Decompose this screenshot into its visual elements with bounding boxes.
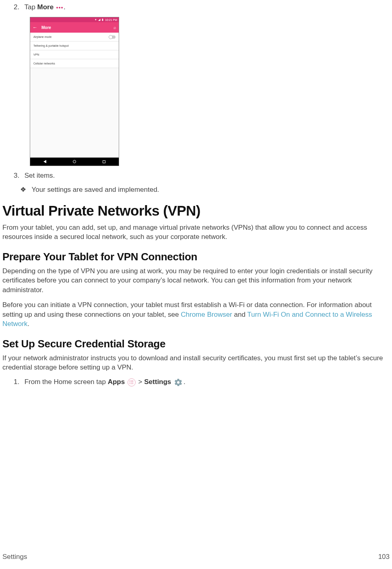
list-item: VPN [30,50,119,59]
list-item: Tethering & portable hotspot [30,42,119,50]
step-text-post: . [64,3,66,11]
footer-page-number: 103 [378,553,390,561]
nav-home-icon [73,160,76,163]
text: > [136,378,144,386]
paragraph: Before you can initiate a VPN connection… [2,300,390,328]
status-signal-icon: ◢ [98,18,100,21]
step-text-bold: More [37,3,54,11]
step-text: Set items. [25,172,55,179]
status-wifi-icon: ▾ [95,18,97,21]
apps-label: Apps [108,378,125,386]
list-item-label: VPN [33,53,39,56]
bullet-mark: ❖ [20,185,30,194]
appbar-title: More [41,25,51,30]
text: and [232,311,248,318]
step-text-pre: Tap [24,3,37,11]
heading-vpn: Virtual Private Networks (VPN) [2,203,390,219]
page-footer: Settings 103 [2,553,390,561]
phone-frame: ▾ ◢ ▮ 10:21 PM ← More ⌕ Airplane mode Te… [30,17,119,166]
list-item-label: Airplane mode [33,35,52,38]
heading-secure-storage: Set Up Secure Credential Storage [2,338,390,350]
list-item: Cellular networks [30,59,119,68]
nav-recent-icon [103,160,105,163]
toggle-icon [109,35,116,39]
step-number: 2. [14,3,23,11]
heading-prepare: Prepare Your Tablet for VPN Connection [2,251,390,263]
step-1: 1. From the Home screen tap Apps > Setti… [14,378,390,387]
step-number: 3. [14,172,23,180]
footer-section: Settings [2,553,27,561]
back-icon: ← [33,25,37,30]
paragraph: If your network administrator instructs … [2,353,390,372]
list-item-label: Tethering & portable hotspot [33,44,69,47]
bullet-text: Your settings are saved and implemented. [31,186,159,193]
settings-label: Settings [144,378,171,386]
result-bullet: ❖ Your settings are saved and implemente… [20,185,390,194]
list-item-label: Cellular networks [33,62,55,65]
link-chrome-browser[interactable]: Chrome Browser [181,311,232,318]
list-item: Airplane mode [30,33,119,42]
settings-icon [174,378,183,387]
search-icon: ⌕ [113,25,116,30]
more-icon [56,7,63,8]
apps-icon [128,378,136,386]
phone-statusbar: ▾ ◢ ▮ 10:21 PM [30,17,119,22]
nav-back-icon [43,160,46,163]
step-2: 2. Tap More . [14,3,390,11]
text: . [184,378,186,386]
status-time: 10:21 PM [105,19,117,21]
step-3: 3. Set items. [14,172,390,180]
text: . [27,320,29,328]
text: From the Home screen tap [25,378,108,386]
screenshot: ▾ ◢ ▮ 10:21 PM ← More ⌕ Airplane mode Te… [30,17,390,166]
phone-appbar: ← More ⌕ [30,22,119,33]
phone-navbar [30,158,119,166]
status-battery-icon: ▮ [102,18,103,21]
paragraph: Depending on the type of VPN you are usi… [2,266,390,295]
step-number: 1. [14,378,23,386]
paragraph: From your tablet, you can add, set up, a… [2,223,390,242]
